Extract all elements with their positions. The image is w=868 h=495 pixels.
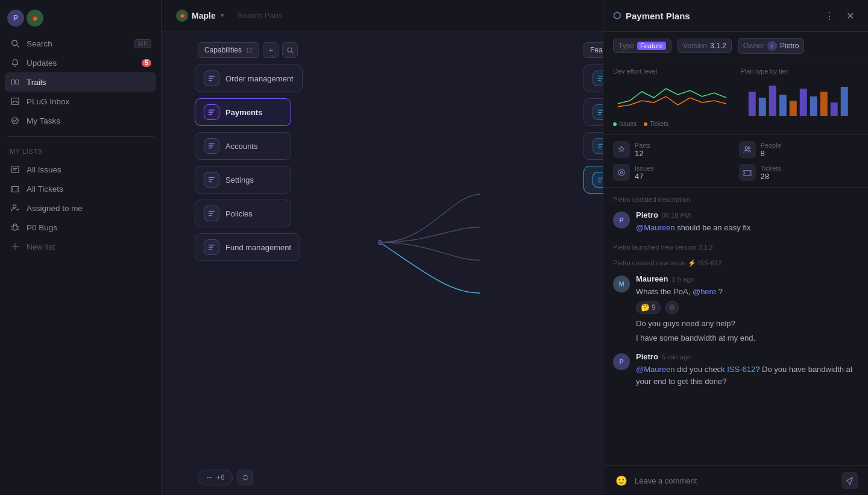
svg-rect-3 xyxy=(16,80,19,84)
meta-owner-label: Owner xyxy=(743,42,764,50)
canvas: Capabilities 12 + Order management xyxy=(162,31,603,495)
capabilities-header: Capabilities 12 + xyxy=(198,42,298,58)
owner-avatar: P xyxy=(767,41,777,51)
people-icon xyxy=(739,141,756,158)
svg-rect-30 xyxy=(799,89,807,116)
main-area: 🍁 Maple ▼ Search Parts Capab xyxy=(162,0,603,495)
meta-type-label: Type xyxy=(618,42,634,50)
sidebar-item-my-tasks[interactable]: My Tasks xyxy=(5,111,156,130)
issues-icon xyxy=(613,164,630,181)
table-row: Settings xyxy=(195,166,303,194)
sidebar-item-trails[interactable]: Trails xyxy=(5,72,156,92)
reaction-thinking[interactable]: 🤔 9 xyxy=(636,301,661,314)
sidebar-item-search[interactable]: Search ⌘K xyxy=(5,34,156,53)
more-count-label: +6 xyxy=(216,473,225,482)
all-issues-label: All Issues xyxy=(27,165,61,174)
workspace-name: Maple xyxy=(192,11,216,20)
comment-time-pietro-2: 5 min ago xyxy=(662,353,691,361)
sidebar-item-all-tickets[interactable]: All Tickets xyxy=(5,179,156,198)
system-activity-1: Pietro updated description xyxy=(613,195,858,204)
feature-payment-plans[interactable]: Payment Plans xyxy=(583,166,603,194)
issues-info: Issues 47 xyxy=(635,165,654,181)
legend-tickets: Tickets xyxy=(644,121,668,127)
sidebar-item-updates[interactable]: Updates 5 xyxy=(5,53,156,72)
meta-version-tag[interactable]: Version 3.1.2 xyxy=(678,39,732,53)
comment-text-maureen-1: Whats the PoA, @here ? xyxy=(636,286,858,298)
feature-make-payment[interactable]: Make Payment xyxy=(583,65,603,92)
comment-maureen-1: M Maureen 1 h ago Whats the PoA, @here ?… xyxy=(613,274,858,344)
capabilities-add-button[interactable]: + xyxy=(263,42,278,58)
meta-owner-value: Pietro xyxy=(780,42,799,50)
people-info: People 8 xyxy=(761,142,781,158)
sidebar-item-all-issues[interactable]: All Issues xyxy=(5,160,156,179)
more-items-button[interactable]: +6 xyxy=(198,470,233,485)
reaction-add-button[interactable] xyxy=(665,301,679,314)
table-row: Order management xyxy=(195,65,303,92)
send-button[interactable] xyxy=(841,472,858,489)
node-fund-icon xyxy=(204,239,219,255)
table-row: Policies xyxy=(195,200,303,227)
node-policies-icon xyxy=(204,206,219,221)
comment-input[interactable] xyxy=(635,476,837,485)
svg-rect-26 xyxy=(758,98,766,116)
sidebar-top: P 🍁 xyxy=(0,7,161,31)
comment-content-pietro-1: Pietro 06:18 PM @Maureen should be an ea… xyxy=(636,210,858,234)
emoji-button[interactable]: 🙂 xyxy=(613,472,630,489)
right-panel: ⬡ Payment Plans ⋮ ✕ Type Feature Version… xyxy=(603,0,868,495)
svg-point-24 xyxy=(210,477,212,478)
node-policies-label: Policies xyxy=(225,209,253,218)
maple-workspace-icon: 🍁 xyxy=(176,10,188,22)
capabilities-label: Capabilities xyxy=(204,46,242,54)
comment-author-maureen: Maureen xyxy=(636,274,668,283)
node-accounts[interactable]: Accounts xyxy=(195,132,291,160)
reaction-emoji: 🤔 xyxy=(641,303,650,312)
feature-history[interactable]: History xyxy=(583,98,603,126)
sidebar-item-p0-bugs[interactable]: P0 Bugs xyxy=(5,218,156,237)
collapse-button[interactable] xyxy=(237,470,253,485)
svg-point-17 xyxy=(378,240,382,245)
issues-dot xyxy=(613,122,617,126)
svg-point-23 xyxy=(209,477,210,478)
svg-point-35 xyxy=(745,147,747,149)
parts-icon xyxy=(613,141,630,158)
meta-version-value: 3.1.2 xyxy=(710,42,726,50)
svg-rect-32 xyxy=(820,92,827,116)
system-text-3: Pietro created new issue ⚡ ISS-612 xyxy=(613,259,722,266)
feature-payment-list[interactable]: Payment List xyxy=(583,132,603,160)
iss-612-link[interactable]: ISS-612 xyxy=(727,365,755,374)
node-payments[interactable]: Payments xyxy=(195,98,291,126)
system-activity-2: Pietro launched new version 3.1.2 xyxy=(613,242,858,252)
table-row: Accounts xyxy=(195,132,303,160)
sidebar-item-new-list[interactable]: New list xyxy=(5,237,156,256)
capabilities-search-button[interactable] xyxy=(282,42,298,58)
node-policies[interactable]: Policies xyxy=(195,200,291,227)
workspace-selector[interactable]: 🍁 Maple ▼ xyxy=(171,7,230,24)
comment-here-mention: @here xyxy=(693,287,716,296)
capabilities-count: 12 xyxy=(245,46,253,54)
features-label: Features xyxy=(590,46,603,54)
node-fund-management[interactable]: Fund management xyxy=(195,233,300,261)
node-settings[interactable]: Settings xyxy=(195,166,291,194)
reaction-count: 9 xyxy=(652,303,656,312)
search-icon xyxy=(10,38,20,49)
node-order-label: Order management xyxy=(225,74,294,83)
comment-avatar-pietro-2: P xyxy=(613,353,630,370)
comment-text-maureen-2: Do you guys need any help? xyxy=(636,318,858,330)
activity-area: Pietro updated description P Pietro 06:1… xyxy=(603,188,868,465)
issues-count: 47 xyxy=(635,172,654,181)
panel-more-button[interactable]: ⋮ xyxy=(821,7,838,24)
node-order-management[interactable]: Order management xyxy=(195,65,303,92)
meta-owner-tag[interactable]: Owner P Pietro xyxy=(738,38,805,54)
sidebar-item-assigned[interactable]: Assigned to me xyxy=(5,198,156,218)
ticket-icon xyxy=(10,183,20,194)
list-item: Payment List xyxy=(583,132,603,160)
sidebar-divider xyxy=(7,136,154,137)
node-accounts-label: Accounts xyxy=(225,142,257,151)
meta-type-tag[interactable]: Type Feature xyxy=(613,39,671,53)
svg-rect-5 xyxy=(11,166,19,173)
feature-make-payment-icon xyxy=(593,71,603,86)
system-text-2: Pietro launched new version 3.1.2 xyxy=(613,244,713,251)
panel-close-button[interactable]: ✕ xyxy=(841,7,858,24)
svg-rect-33 xyxy=(830,102,837,116)
sidebar-item-plug-inbox[interactable]: PLuG Inbox xyxy=(5,92,156,111)
